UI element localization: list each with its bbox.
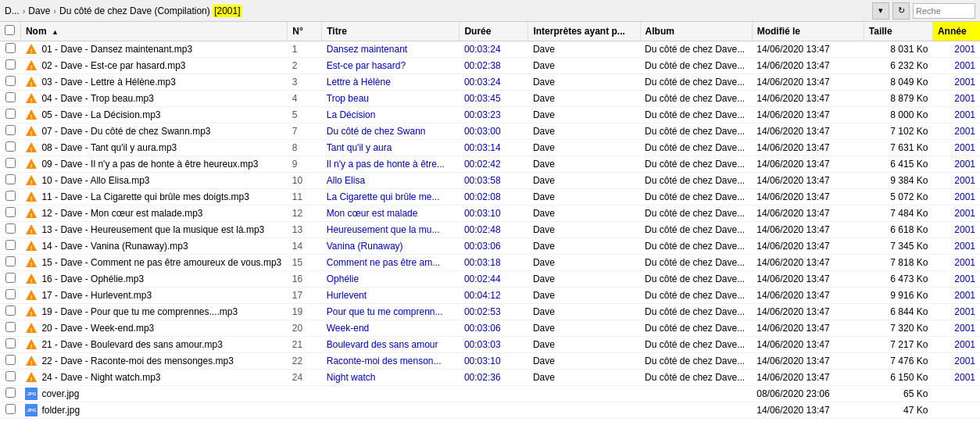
cell-num: 19 [288,304,322,320]
table-row[interactable]: !05 - Dave - La Décision.mp35La Décision… [0,107,980,123]
breadcrumb-d[interactable]: D... [5,5,20,16]
col-annee[interactable]: Année [932,22,980,41]
table-row[interactable]: !13 - Dave - Heureusement que la musique… [0,222,980,238]
cell-taille: 7 476 Ko [864,353,932,370]
row-checkbox[interactable] [5,174,16,184]
table-row[interactable]: !02 - Dave - Est-ce par hasard.mp32Est-c… [0,58,980,74]
mp3-icon: ! [25,289,38,302]
cell-titre: Ophélie [322,271,460,288]
row-checkbox[interactable] [5,338,16,348]
table-row[interactable]: !11 - Dave - La Cigarette qui brûle mes … [0,189,980,205]
row-checkbox[interactable] [5,125,16,135]
row-checkbox[interactable] [5,240,16,250]
row-checkbox[interactable] [5,207,16,217]
table-row[interactable]: !15 - Dave - Comment ne pas être amoureu… [0,255,980,271]
table-row[interactable]: JPGfolder.jpg14/06/2020 13:4747 Ko [0,402,980,419]
table-row[interactable]: !17 - Dave - Hurlevent.mp317Hurlevent00:… [0,288,980,304]
table-row[interactable]: !07 - Dave - Du côté de chez Swann.mp37D… [0,123,980,140]
row-checkbox[interactable] [5,76,16,86]
cell-interp: Dave [528,353,640,370]
table-row[interactable]: !01 - Dave - Dansez maintenant.mp31Danse… [0,41,980,58]
row-checkbox[interactable] [5,158,16,168]
cell-interp: Dave [528,123,640,140]
table-row[interactable]: !04 - Dave - Trop beau.mp34Trop beau00:0… [0,91,980,107]
cell-interp: Dave [528,91,640,107]
row-checkbox[interactable] [5,59,16,70]
cell-nom: !02 - Dave - Est-ce par hasard.mp3 [20,58,287,74]
table-row[interactable]: !21 - Dave - Boulevard des sans amour.mp… [0,337,980,353]
row-checkbox[interactable] [5,322,16,332]
cell-num: 24 [288,370,322,386]
breadcrumb-album[interactable]: Du côté de chez Dave (Compilation) [2001… [59,5,241,16]
table-row[interactable]: !08 - Dave - Tant qu'il y aura.mp38Tant … [0,140,980,156]
cell-modifle: 14/06/2020 13:47 [752,255,864,271]
cell-titre: Raconte-moi des menson... [322,353,460,370]
col-modifle[interactable]: Modifié le [752,22,864,41]
row-checkbox[interactable] [5,404,16,414]
row-checkbox[interactable] [5,43,16,53]
table-row[interactable]: !09 - Dave - Il n'y a pas de honte à êtr… [0,156,980,173]
col-duree[interactable]: Durée [460,22,528,41]
filename-text: 03 - Dave - Lettre à Hélène.mp3 [41,77,175,88]
col-taille[interactable]: Taille [864,22,932,41]
cell-interp [528,386,640,402]
row-checkbox-cell [0,222,20,238]
cell-duree: 00:03:58 [460,173,528,189]
table-row[interactable]: !22 - Dave - Raconte-moi des mensonges.m… [0,353,980,370]
row-checkbox[interactable] [5,191,16,201]
table-row[interactable]: !16 - Dave - Ophélie.mp316Ophélie00:02:4… [0,271,980,288]
row-checkbox[interactable] [5,355,16,365]
row-checkbox-cell [0,205,20,222]
table-row[interactable]: !19 - Dave - Pour que tu me comprennes..… [0,304,980,320]
row-checkbox[interactable] [5,223,16,234]
col-nom[interactable]: Nom ▲ [20,22,287,41]
table-row[interactable]: !20 - Dave - Week-end.mp320Week-end00:03… [0,320,980,337]
svg-text:!: ! [30,97,33,104]
row-checkbox[interactable] [5,306,16,316]
row-checkbox[interactable] [5,141,16,152]
table-row[interactable]: !24 - Dave - Night watch.mp324Night watc… [0,370,980,386]
row-checkbox[interactable] [5,273,16,283]
svg-text:!: ! [30,359,33,366]
row-checkbox[interactable] [5,109,16,119]
cell-duree: 00:03:23 [460,107,528,123]
cell-num: 4 [288,91,322,107]
dropdown-button[interactable]: ▾ [872,2,889,20]
col-interp[interactable]: Interprètes ayant p... [528,22,640,41]
cell-duree: 00:03:06 [460,238,528,255]
checkbox-col[interactable] [0,22,20,41]
select-all-checkbox[interactable] [5,25,15,35]
mp3-icon: ! [25,338,38,351]
cell-duree: 00:03:24 [460,41,528,58]
cell-album: Du côté de chez Dave... [640,304,752,320]
col-album[interactable]: Album [640,22,752,41]
table-row[interactable]: !10 - Dave - Allo Elisa.mp310Allo Elisa0… [0,173,980,189]
cell-modifle: 14/06/2020 13:47 [752,41,864,58]
cell-num: 2 [288,58,322,74]
cell-duree: 00:02:08 [460,189,528,205]
cell-titre: Vanina (Runaway) [322,238,460,255]
col-num[interactable]: N° [288,22,322,41]
row-checkbox[interactable] [5,256,16,266]
search-input[interactable] [913,3,975,19]
cell-duree [460,402,528,419]
row-checkbox[interactable] [5,92,16,102]
cell-duree: 00:03:00 [460,123,528,140]
table-row[interactable]: !03 - Dave - Lettre à Hélène.mp33Lettre … [0,74,980,91]
table-row[interactable]: !12 - Dave - Mon cœur est malade.mp312Mo… [0,205,980,222]
svg-text:!: ! [30,245,33,252]
table-row[interactable]: !14 - Dave - Vanina (Runaway).mp314Vanin… [0,238,980,255]
cell-taille: 8 879 Ko [864,91,932,107]
breadcrumb-dave[interactable]: Dave [28,5,50,16]
row-checkbox[interactable] [5,388,16,398]
row-checkbox-cell [0,156,20,173]
sort-arrow-nom: ▲ [52,28,59,36]
cell-interp: Dave [528,107,640,123]
cell-annee: 2001 [932,189,980,205]
cell-modifle: 14/06/2020 13:47 [752,205,864,222]
refresh-button[interactable]: ↻ [892,2,910,20]
table-row[interactable]: JPGcover.jpg08/06/2020 23:0665 Ko [0,386,980,402]
row-checkbox[interactable] [5,371,16,381]
row-checkbox[interactable] [5,289,16,299]
col-titre[interactable]: Titre [322,22,460,41]
